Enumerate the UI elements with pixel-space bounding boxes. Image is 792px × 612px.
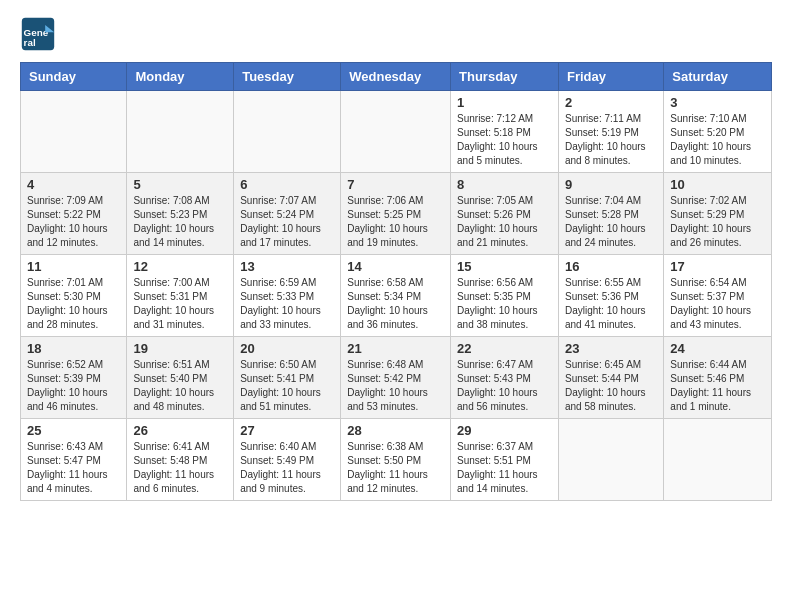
day-cell xyxy=(664,419,772,501)
svg-text:ral: ral xyxy=(24,37,36,48)
day-number: 18 xyxy=(27,341,120,356)
day-info: Sunrise: 7:09 AM Sunset: 5:22 PM Dayligh… xyxy=(27,194,120,250)
day-info: Sunrise: 7:02 AM Sunset: 5:29 PM Dayligh… xyxy=(670,194,765,250)
day-cell: 28Sunrise: 6:38 AM Sunset: 5:50 PM Dayli… xyxy=(341,419,451,501)
day-info: Sunrise: 6:52 AM Sunset: 5:39 PM Dayligh… xyxy=(27,358,120,414)
day-cell: 11Sunrise: 7:01 AM Sunset: 5:30 PM Dayli… xyxy=(21,255,127,337)
day-number: 17 xyxy=(670,259,765,274)
day-info: Sunrise: 6:41 AM Sunset: 5:48 PM Dayligh… xyxy=(133,440,227,496)
day-cell: 9Sunrise: 7:04 AM Sunset: 5:28 PM Daylig… xyxy=(558,173,663,255)
header-saturday: Saturday xyxy=(664,63,772,91)
day-number: 21 xyxy=(347,341,444,356)
day-info: Sunrise: 7:01 AM Sunset: 5:30 PM Dayligh… xyxy=(27,276,120,332)
day-cell: 13Sunrise: 6:59 AM Sunset: 5:33 PM Dayli… xyxy=(234,255,341,337)
day-info: Sunrise: 7:05 AM Sunset: 5:26 PM Dayligh… xyxy=(457,194,552,250)
day-cell: 21Sunrise: 6:48 AM Sunset: 5:42 PM Dayli… xyxy=(341,337,451,419)
day-info: Sunrise: 6:51 AM Sunset: 5:40 PM Dayligh… xyxy=(133,358,227,414)
day-number: 16 xyxy=(565,259,657,274)
day-number: 12 xyxy=(133,259,227,274)
header-friday: Friday xyxy=(558,63,663,91)
week-row-5: 25Sunrise: 6:43 AM Sunset: 5:47 PM Dayli… xyxy=(21,419,772,501)
day-number: 24 xyxy=(670,341,765,356)
day-cell: 27Sunrise: 6:40 AM Sunset: 5:49 PM Dayli… xyxy=(234,419,341,501)
day-number: 23 xyxy=(565,341,657,356)
day-info: Sunrise: 6:45 AM Sunset: 5:44 PM Dayligh… xyxy=(565,358,657,414)
day-cell: 23Sunrise: 6:45 AM Sunset: 5:44 PM Dayli… xyxy=(558,337,663,419)
day-number: 28 xyxy=(347,423,444,438)
day-info: Sunrise: 6:38 AM Sunset: 5:50 PM Dayligh… xyxy=(347,440,444,496)
day-info: Sunrise: 7:11 AM Sunset: 5:19 PM Dayligh… xyxy=(565,112,657,168)
day-cell: 24Sunrise: 6:44 AM Sunset: 5:46 PM Dayli… xyxy=(664,337,772,419)
day-cell: 29Sunrise: 6:37 AM Sunset: 5:51 PM Dayli… xyxy=(451,419,559,501)
day-cell xyxy=(234,91,341,173)
day-info: Sunrise: 7:08 AM Sunset: 5:23 PM Dayligh… xyxy=(133,194,227,250)
day-number: 3 xyxy=(670,95,765,110)
day-info: Sunrise: 6:55 AM Sunset: 5:36 PM Dayligh… xyxy=(565,276,657,332)
day-number: 26 xyxy=(133,423,227,438)
day-number: 4 xyxy=(27,177,120,192)
day-cell xyxy=(341,91,451,173)
day-number: 13 xyxy=(240,259,334,274)
day-cell: 19Sunrise: 6:51 AM Sunset: 5:40 PM Dayli… xyxy=(127,337,234,419)
day-info: Sunrise: 6:54 AM Sunset: 5:37 PM Dayligh… xyxy=(670,276,765,332)
day-cell: 18Sunrise: 6:52 AM Sunset: 5:39 PM Dayli… xyxy=(21,337,127,419)
day-cell xyxy=(21,91,127,173)
logo-icon: Gene ral xyxy=(20,16,56,52)
day-info: Sunrise: 6:59 AM Sunset: 5:33 PM Dayligh… xyxy=(240,276,334,332)
day-number: 27 xyxy=(240,423,334,438)
day-number: 2 xyxy=(565,95,657,110)
day-number: 22 xyxy=(457,341,552,356)
day-cell: 5Sunrise: 7:08 AM Sunset: 5:23 PM Daylig… xyxy=(127,173,234,255)
day-cell: 16Sunrise: 6:55 AM Sunset: 5:36 PM Dayli… xyxy=(558,255,663,337)
week-row-4: 18Sunrise: 6:52 AM Sunset: 5:39 PM Dayli… xyxy=(21,337,772,419)
day-info: Sunrise: 6:47 AM Sunset: 5:43 PM Dayligh… xyxy=(457,358,552,414)
day-info: Sunrise: 7:12 AM Sunset: 5:18 PM Dayligh… xyxy=(457,112,552,168)
day-cell: 26Sunrise: 6:41 AM Sunset: 5:48 PM Dayli… xyxy=(127,419,234,501)
day-number: 5 xyxy=(133,177,227,192)
header-tuesday: Tuesday xyxy=(234,63,341,91)
day-info: Sunrise: 6:58 AM Sunset: 5:34 PM Dayligh… xyxy=(347,276,444,332)
day-number: 11 xyxy=(27,259,120,274)
header-sunday: Sunday xyxy=(21,63,127,91)
day-cell: 2Sunrise: 7:11 AM Sunset: 5:19 PM Daylig… xyxy=(558,91,663,173)
day-info: Sunrise: 6:48 AM Sunset: 5:42 PM Dayligh… xyxy=(347,358,444,414)
day-info: Sunrise: 7:10 AM Sunset: 5:20 PM Dayligh… xyxy=(670,112,765,168)
header-thursday: Thursday xyxy=(451,63,559,91)
day-number: 15 xyxy=(457,259,552,274)
day-cell: 1Sunrise: 7:12 AM Sunset: 5:18 PM Daylig… xyxy=(451,91,559,173)
logo: Gene ral xyxy=(20,16,60,52)
day-info: Sunrise: 7:00 AM Sunset: 5:31 PM Dayligh… xyxy=(133,276,227,332)
day-cell: 10Sunrise: 7:02 AM Sunset: 5:29 PM Dayli… xyxy=(664,173,772,255)
day-cell: 17Sunrise: 6:54 AM Sunset: 5:37 PM Dayli… xyxy=(664,255,772,337)
day-cell: 3Sunrise: 7:10 AM Sunset: 5:20 PM Daylig… xyxy=(664,91,772,173)
day-number: 1 xyxy=(457,95,552,110)
calendar-header-row: SundayMondayTuesdayWednesdayThursdayFrid… xyxy=(21,63,772,91)
day-info: Sunrise: 7:07 AM Sunset: 5:24 PM Dayligh… xyxy=(240,194,334,250)
day-number: 10 xyxy=(670,177,765,192)
day-number: 7 xyxy=(347,177,444,192)
day-info: Sunrise: 6:50 AM Sunset: 5:41 PM Dayligh… xyxy=(240,358,334,414)
day-info: Sunrise: 6:56 AM Sunset: 5:35 PM Dayligh… xyxy=(457,276,552,332)
day-info: Sunrise: 7:04 AM Sunset: 5:28 PM Dayligh… xyxy=(565,194,657,250)
day-info: Sunrise: 6:44 AM Sunset: 5:46 PM Dayligh… xyxy=(670,358,765,414)
day-number: 14 xyxy=(347,259,444,274)
day-number: 29 xyxy=(457,423,552,438)
day-info: Sunrise: 6:43 AM Sunset: 5:47 PM Dayligh… xyxy=(27,440,120,496)
day-cell: 8Sunrise: 7:05 AM Sunset: 5:26 PM Daylig… xyxy=(451,173,559,255)
day-number: 25 xyxy=(27,423,120,438)
day-cell: 15Sunrise: 6:56 AM Sunset: 5:35 PM Dayli… xyxy=(451,255,559,337)
day-cell: 12Sunrise: 7:00 AM Sunset: 5:31 PM Dayli… xyxy=(127,255,234,337)
day-cell: 25Sunrise: 6:43 AM Sunset: 5:47 PM Dayli… xyxy=(21,419,127,501)
day-number: 20 xyxy=(240,341,334,356)
week-row-3: 11Sunrise: 7:01 AM Sunset: 5:30 PM Dayli… xyxy=(21,255,772,337)
header-monday: Monday xyxy=(127,63,234,91)
day-cell: 7Sunrise: 7:06 AM Sunset: 5:25 PM Daylig… xyxy=(341,173,451,255)
header-wednesday: Wednesday xyxy=(341,63,451,91)
day-cell: 6Sunrise: 7:07 AM Sunset: 5:24 PM Daylig… xyxy=(234,173,341,255)
day-cell: 20Sunrise: 6:50 AM Sunset: 5:41 PM Dayli… xyxy=(234,337,341,419)
day-info: Sunrise: 6:40 AM Sunset: 5:49 PM Dayligh… xyxy=(240,440,334,496)
day-cell xyxy=(127,91,234,173)
day-number: 8 xyxy=(457,177,552,192)
day-number: 9 xyxy=(565,177,657,192)
page-header: Gene ral xyxy=(20,16,772,52)
